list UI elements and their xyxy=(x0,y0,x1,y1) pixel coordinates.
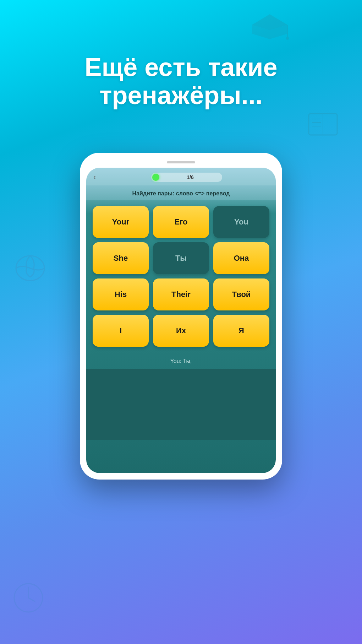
title-text: Ещё есть такие тренажёры... xyxy=(21,53,341,109)
card-ego[interactable]: Его xyxy=(153,206,209,238)
card-tvoy[interactable]: Твой xyxy=(213,278,269,310)
card-their[interactable]: Their xyxy=(153,278,209,310)
status-text: You: Ты, xyxy=(86,354,276,369)
brain-decoration xyxy=(11,249,50,288)
card-you[interactable]: You xyxy=(213,206,269,238)
svg-point-9 xyxy=(16,256,44,281)
clock-decoration xyxy=(11,580,46,616)
phone-notch-bar xyxy=(86,159,276,166)
cards-grid: Your Его You She Ты Она His xyxy=(86,200,276,352)
svg-line-12 xyxy=(28,598,35,601)
phone-screen: ‹ 1/6 Найдите пары: слово <=> перевод Yo… xyxy=(86,168,276,473)
svg-point-3 xyxy=(286,37,289,40)
card-ikh[interactable]: Их xyxy=(153,315,209,347)
card-your[interactable]: Your xyxy=(93,206,149,238)
card-ty[interactable]: Ты xyxy=(153,242,209,274)
instruction-text: Найдите пары: слово <=> перевод xyxy=(86,185,276,200)
title-line1: Ещё есть такие xyxy=(84,53,277,81)
phone-notch-pill xyxy=(167,161,195,163)
screen-topbar: ‹ 1/6 xyxy=(86,168,276,185)
card-she[interactable]: She xyxy=(93,242,149,274)
grad-cap-decoration xyxy=(248,11,291,43)
title-section: Ещё есть такие тренажёры... xyxy=(0,53,362,109)
svg-marker-0 xyxy=(252,14,287,30)
progress-dot xyxy=(152,174,159,181)
back-button[interactable]: ‹ xyxy=(93,173,105,182)
card-ya[interactable]: Я xyxy=(213,315,269,347)
progress-track: 1/6 xyxy=(151,173,222,182)
progress-label: 1/6 xyxy=(159,174,221,180)
svg-point-10 xyxy=(14,584,43,612)
title-line2: тренажёры... xyxy=(99,81,262,109)
card-i[interactable]: I xyxy=(93,315,149,347)
phone-outer: ‹ 1/6 Найдите пары: слово <=> перевод Yo… xyxy=(80,153,282,480)
card-his[interactable]: His xyxy=(93,278,149,310)
progress-container: 1/6 xyxy=(105,173,269,182)
card-ona[interactable]: Она xyxy=(213,242,269,274)
svg-marker-1 xyxy=(252,25,287,39)
svg-rect-4 xyxy=(309,114,337,135)
book-decoration xyxy=(305,110,341,139)
screen-bottom-area xyxy=(86,369,276,440)
phone-mockup: ‹ 1/6 Найдите пары: слово <=> перевод Yo… xyxy=(80,153,282,480)
